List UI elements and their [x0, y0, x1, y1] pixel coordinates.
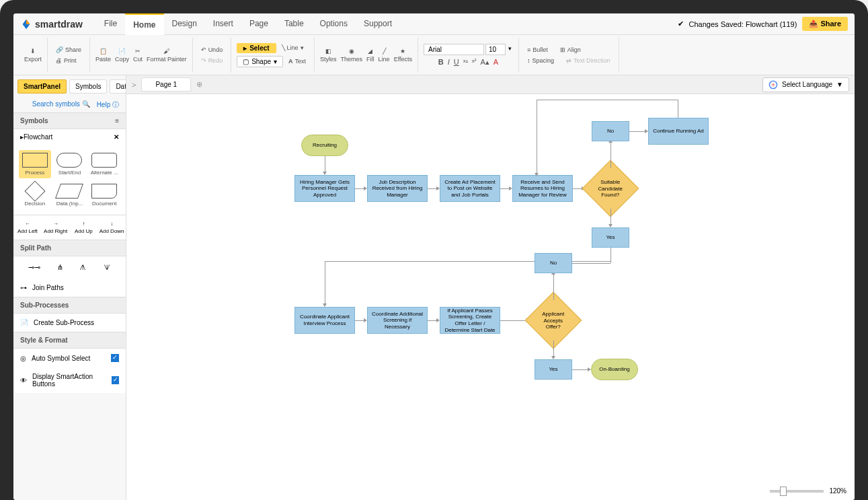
- fill-button[interactable]: ◢Fill: [366, 48, 374, 63]
- symbol-data[interactable]: Data (Inp...: [54, 181, 86, 209]
- smartaction-toggle[interactable]: 👁 Display SmartAction Buttons: [13, 367, 126, 393]
- text-tool-button[interactable]: A Text: [286, 56, 309, 67]
- split-branch-icon[interactable]: ⋔: [57, 263, 63, 272]
- node-no-1[interactable]: No: [592, 121, 629, 141]
- select-tool-button[interactable]: ▸ Select: [237, 43, 276, 53]
- add-right-button[interactable]: →Add Right: [42, 215, 70, 240]
- node-offer-letter[interactable]: If Applicant Passes Screening, Create Of…: [440, 307, 500, 334]
- format-painter-button[interactable]: 🖌Format Painter: [147, 48, 187, 63]
- tab-data[interactable]: Data: [110, 79, 126, 94]
- font-color-button[interactable]: A: [494, 58, 498, 67]
- auto-symbol-toggle[interactable]: ◎ Auto Symbol Select: [13, 349, 126, 367]
- copy-button[interactable]: 📄Copy: [115, 48, 129, 63]
- superscript-button[interactable]: x²: [472, 58, 477, 67]
- tab-symbols[interactable]: Symbols: [69, 79, 107, 94]
- symbol-startend[interactable]: Start/End: [54, 150, 86, 178]
- menu-file[interactable]: File: [96, 13, 125, 35]
- font-family-select[interactable]: [424, 44, 484, 55]
- node-no-2[interactable]: No: [535, 253, 572, 273]
- node-interview[interactable]: Coordinate Applicant Interview Process: [294, 307, 355, 334]
- font-grow-button[interactable]: A▴: [480, 58, 489, 67]
- text-direction-button[interactable]: ⇄ Text Direction: [563, 56, 613, 65]
- help-link[interactable]: Help ⓘ: [97, 100, 119, 110]
- app-logo: smartdraw: [20, 18, 83, 30]
- symbol-document[interactable]: Document: [88, 181, 120, 209]
- main-menu: File Home Design Insert Page Table Optio…: [96, 13, 400, 35]
- font-size-dropdown-icon[interactable]: ▾: [507, 44, 513, 55]
- join-paths-button[interactable]: ⊶ Join Paths: [13, 279, 126, 297]
- align-button[interactable]: ⊞ Align: [557, 45, 584, 55]
- tabs-left-arrow[interactable]: >: [132, 81, 136, 89]
- canvas-area: > Page 1 ⊕ Select Language ▼ Recruiting …: [126, 75, 855, 500]
- print-button[interactable]: 🖨 Print: [53, 56, 84, 65]
- add-up-button[interactable]: ↑Add Up: [70, 215, 98, 240]
- add-page-button[interactable]: ⊕: [196, 80, 202, 89]
- menu-support[interactable]: Support: [356, 13, 400, 35]
- smartdraw-logo-icon: [20, 18, 32, 30]
- symbol-alternate[interactable]: Alternate ...: [88, 150, 120, 178]
- bullet-button[interactable]: ≡ Bullet: [524, 45, 551, 55]
- subprocess-header: Sub-Processes: [13, 297, 126, 314]
- node-screening[interactable]: Coordinate Additional Screening if Neces…: [367, 307, 428, 334]
- menu-home[interactable]: Home: [125, 13, 163, 35]
- spacing-button[interactable]: ↕ Spacing: [524, 56, 557, 65]
- node-job-description[interactable]: Job Description Received from Hiring Man…: [367, 175, 428, 202]
- effects-button[interactable]: ★Effects: [394, 48, 412, 63]
- italic-button[interactable]: I: [448, 58, 450, 67]
- node-yes-1[interactable]: Yes: [592, 227, 629, 248]
- language-select[interactable]: Select Language ▼: [762, 77, 849, 92]
- node-yes-2[interactable]: Yes: [535, 359, 572, 380]
- split-horiz-icon[interactable]: ⊸⊸: [28, 263, 40, 272]
- node-onboarding[interactable]: On-Boarding: [591, 359, 638, 380]
- symbols-section-header: Symbols≡: [13, 112, 126, 129]
- share-link-button[interactable]: 🔗 Share: [53, 45, 84, 55]
- font-size-select[interactable]: [485, 44, 506, 55]
- symbol-decision[interactable]: Decision: [19, 181, 51, 209]
- underline-button[interactable]: U: [454, 58, 459, 67]
- zoom-level: 120%: [829, 487, 846, 495]
- save-status: Changes Saved: Flowchart (119): [689, 20, 797, 28]
- cut-button[interactable]: ✂Cut: [133, 48, 143, 63]
- undo-button[interactable]: ↶ Undo: [198, 45, 226, 55]
- menu-insert[interactable]: Insert: [205, 13, 241, 35]
- paste-button[interactable]: 📋Paste: [95, 48, 111, 63]
- node-continue-ad[interactable]: Continue Running Ad: [648, 118, 709, 145]
- line-style-button[interactable]: ╱Line: [379, 48, 390, 63]
- add-left-button[interactable]: ←Add Left: [13, 215, 42, 240]
- split-fork-icon[interactable]: ⩛: [104, 263, 111, 272]
- create-subprocess-button[interactable]: 📄 Create Sub-Process: [13, 314, 126, 332]
- app-name: smartdraw: [35, 19, 83, 30]
- drawing-canvas[interactable]: Recruiting Hiring Manager Gets Personnel…: [126, 94, 855, 500]
- hamburger-icon[interactable]: ≡: [115, 117, 119, 124]
- flowchart-category[interactable]: ▸ Flowchart✕: [13, 129, 126, 145]
- zoom-slider[interactable]: [770, 490, 824, 493]
- page-tab-1[interactable]: Page 1: [141, 77, 191, 92]
- node-recruiting[interactable]: Recruiting: [301, 135, 348, 156]
- shape-tool-button[interactable]: ▢ Shape ▾: [237, 56, 283, 67]
- share-button[interactable]: 📤 Share: [802, 17, 848, 31]
- export-button[interactable]: ⬇Export: [24, 48, 42, 63]
- redo-button[interactable]: ↷ Redo: [198, 56, 226, 65]
- themes-button[interactable]: ◉Themes: [341, 48, 363, 63]
- node-create-ad[interactable]: Create Ad Placement to Post on Website a…: [440, 175, 500, 202]
- google-icon: [768, 80, 778, 90]
- menu-table[interactable]: Table: [276, 13, 312, 35]
- bold-button[interactable]: B: [438, 58, 444, 67]
- styles-button[interactable]: ◧Styles: [320, 48, 337, 63]
- line-tool-button[interactable]: ╲ Line ▾: [279, 43, 307, 53]
- menu-page[interactable]: Page: [241, 13, 276, 35]
- symbol-process[interactable]: Process: [19, 150, 51, 178]
- node-hiring-approved[interactable]: Hiring Manager Gets Personnel Request Ap…: [294, 175, 355, 202]
- menu-design[interactable]: Design: [164, 13, 205, 35]
- subscript-button[interactable]: x₂: [463, 58, 468, 67]
- node-receive-resumes[interactable]: Receive and Send Resumes to Hiring Manag…: [512, 175, 573, 202]
- search-symbols-link[interactable]: Search symbols 🔍: [32, 100, 90, 110]
- checkmark-icon: ✔: [678, 20, 684, 28]
- ribbon-toolbar: ⬇Export 🔗 Share 🖨 Print 📋Paste 📄Copy ✂Cu…: [13, 35, 855, 75]
- menu-options[interactable]: Options: [312, 13, 356, 35]
- close-category-button[interactable]: ✕: [114, 133, 119, 141]
- add-down-button[interactable]: ↓Add Down: [97, 215, 126, 240]
- tab-smartpanel[interactable]: SmartPanel: [17, 79, 67, 94]
- top-menubar: smartdraw File Home Design Insert Page T…: [13, 13, 855, 35]
- split-tree-icon[interactable]: ⩚: [79, 263, 87, 272]
